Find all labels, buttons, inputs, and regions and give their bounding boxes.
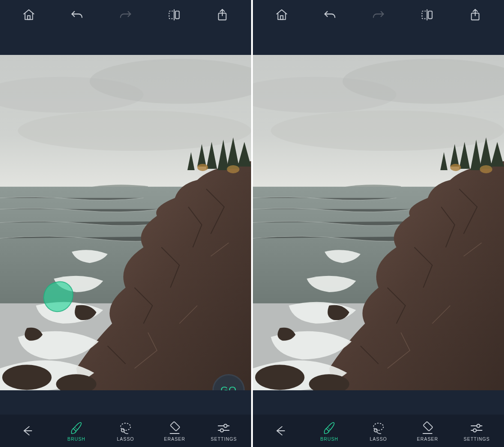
photo (253, 55, 504, 390)
share-button[interactable] (212, 4, 233, 26)
redo-button[interactable] (368, 4, 389, 26)
back-arrow-icon (21, 424, 34, 438)
settings-icon (469, 421, 484, 435)
top-toolbar (253, 0, 504, 30)
settings-icon (216, 421, 231, 435)
home-icon (275, 8, 288, 22)
tool-lasso-label: LASSO (370, 437, 387, 442)
tool-brush[interactable]: BRUSH (63, 420, 90, 442)
back-button[interactable] (267, 424, 294, 438)
tool-lasso[interactable]: LASSO (112, 420, 139, 442)
tool-settings[interactable]: SETTINGS (210, 420, 237, 442)
tool-eraser-label: ERASER (417, 437, 438, 442)
redo-button[interactable] (115, 4, 136, 26)
tool-brush-label: BRUSH (68, 437, 86, 442)
tool-settings-label: SETTINGS (464, 437, 490, 442)
bottom-toolbar: BRUSH LASSO ERASER SETTINGS (253, 415, 504, 447)
top-toolbar (0, 0, 251, 30)
share-icon (468, 8, 482, 22)
tool-eraser[interactable]: ERASER (414, 420, 441, 442)
tool-settings[interactable]: SETTINGS (463, 420, 490, 442)
undo-button[interactable] (319, 4, 341, 26)
photo (0, 55, 251, 390)
home-button[interactable] (18, 4, 40, 26)
tool-eraser-label: ERASER (164, 437, 185, 442)
undo-icon (323, 8, 337, 22)
header-gap (0, 30, 251, 55)
back-button[interactable] (14, 424, 41, 438)
tool-lasso-label: LASSO (117, 437, 134, 442)
redo-icon (119, 8, 132, 22)
lasso-icon (118, 421, 133, 435)
image-canvas[interactable]: GO (0, 55, 251, 390)
bottom-toolbar: BRUSH LASSO ERASER SETTINGS (0, 415, 251, 447)
footer-gap (0, 390, 251, 415)
compare-button[interactable] (163, 4, 185, 26)
tool-eraser[interactable]: ERASER (161, 420, 188, 442)
share-button[interactable] (464, 4, 486, 26)
image-canvas[interactable] (253, 55, 504, 390)
eraser-icon (167, 421, 182, 435)
home-button[interactable] (271, 4, 292, 26)
pane-right: BRUSH LASSO ERASER SETTINGS (253, 0, 504, 447)
home-icon (22, 8, 36, 22)
footer-gap (253, 390, 504, 415)
tool-brush[interactable]: BRUSH (316, 420, 343, 442)
back-arrow-icon (274, 424, 287, 438)
eraser-icon (420, 421, 435, 435)
compare-icon (167, 8, 181, 22)
go-button-label: GO (220, 384, 237, 390)
screenshot-comparison: GO BRUSH LASSO ERASER SETTINGS (0, 0, 504, 447)
compare-button[interactable] (416, 4, 438, 26)
tool-lasso[interactable]: LASSO (365, 420, 392, 442)
undo-icon (70, 8, 84, 22)
undo-button[interactable] (66, 4, 88, 26)
redo-icon (372, 8, 385, 22)
pane-left: GO BRUSH LASSO ERASER SETTINGS (0, 0, 251, 447)
share-icon (216, 8, 229, 22)
lasso-icon (371, 421, 386, 435)
compare-icon (420, 8, 434, 22)
brush-icon (69, 421, 84, 435)
header-gap (253, 30, 504, 55)
brush-icon (322, 421, 337, 435)
tool-settings-label: SETTINGS (211, 437, 237, 442)
tool-brush-label: BRUSH (320, 437, 338, 442)
